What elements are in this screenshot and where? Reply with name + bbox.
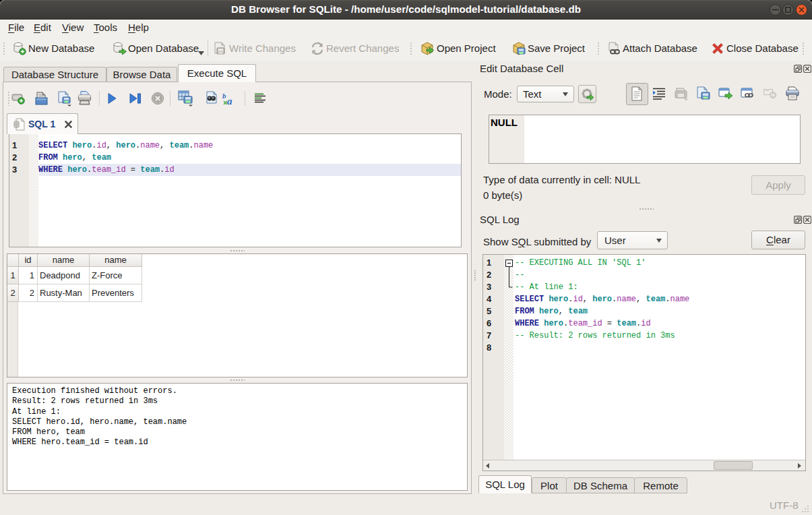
svg-text:b: b: [222, 92, 226, 100]
svg-text:a: a: [227, 96, 232, 106]
